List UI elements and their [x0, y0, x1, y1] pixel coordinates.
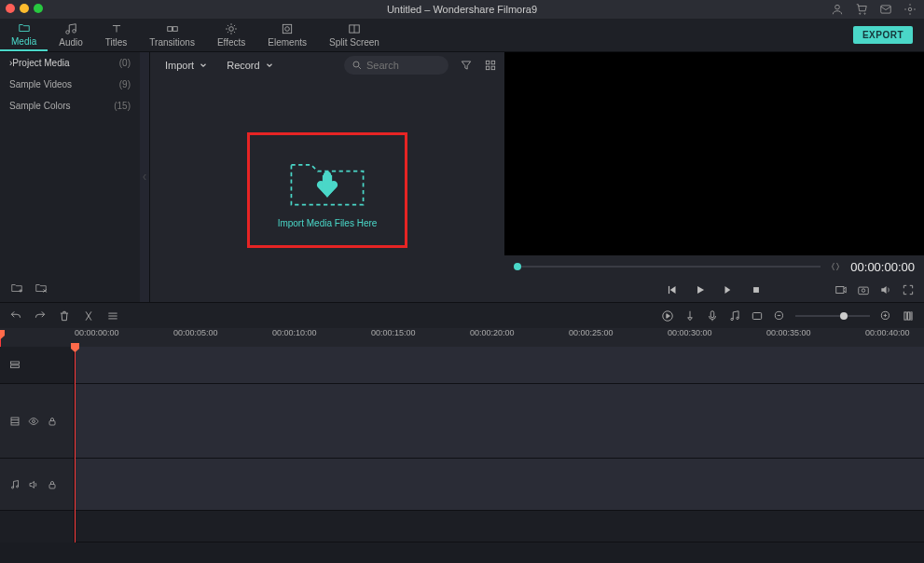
stop-icon[interactable] — [750, 283, 763, 296]
svg-point-5 — [66, 31, 70, 34]
tab-audio[interactable]: Audio — [48, 19, 94, 51]
tab-titles[interactable]: Titles — [94, 19, 139, 51]
search-input[interactable] — [366, 60, 441, 71]
svg-rect-26 — [859, 287, 869, 295]
playhead-body[interactable] — [75, 347, 76, 542]
svg-marker-20 — [670, 286, 676, 294]
svg-point-0 — [835, 5, 840, 9]
zoom-fit-icon[interactable] — [902, 309, 915, 323]
message-icon[interactable] — [879, 3, 892, 16]
zoom-out-icon[interactable] — [773, 309, 786, 323]
tab-elements[interactable]: Elements — [256, 19, 318, 51]
track-header-audio — [0, 459, 74, 511]
undo-icon[interactable] — [9, 309, 22, 323]
play-icon[interactable] — [694, 283, 707, 296]
sidebar-item-label: ›Project Media — [9, 58, 69, 68]
render-icon[interactable] — [661, 309, 674, 323]
tab-label: Split Screen — [329, 37, 379, 48]
filmstrip-icon[interactable] — [9, 416, 21, 427]
step-back-icon[interactable] — [666, 283, 679, 296]
ruler-tick: 00:00:20:00 — [470, 328, 569, 337]
sidebar-item-project-media[interactable]: ›Project Media (0) — [0, 52, 140, 74]
marker-toggle-icon[interactable] — [830, 261, 841, 272]
preview-timecode: 00:00:00:00 — [850, 260, 915, 274]
volume-icon[interactable] — [879, 283, 892, 296]
timeline-ruler[interactable]: 00:00:00:00 00:00:05:00 00:00:10:00 00:0… — [0, 328, 924, 347]
sidebar-collapse-handle[interactable] — [140, 52, 149, 302]
tab-transitions[interactable]: Transitions — [138, 19, 206, 51]
split-icon[interactable] — [82, 309, 95, 323]
tab-effects[interactable]: Effects — [206, 19, 256, 51]
feedback-icon[interactable] — [903, 3, 917, 16]
svg-point-11 — [285, 27, 290, 32]
dropdown-label: Import — [165, 60, 194, 71]
svg-rect-44 — [49, 420, 55, 425]
import-dropzone[interactable] — [286, 153, 368, 209]
lock-icon[interactable] — [47, 416, 58, 427]
account-icon[interactable] — [831, 3, 844, 16]
zoom-in-icon[interactable] — [879, 309, 892, 323]
playhead[interactable] — [0, 334, 1, 347]
window-close[interactable] — [6, 4, 15, 13]
import-dropdown[interactable]: Import — [158, 55, 215, 76]
music-icon — [64, 22, 77, 35]
svg-rect-41 — [11, 365, 20, 368]
svg-marker-22 — [697, 286, 704, 294]
delete-icon[interactable] — [58, 309, 71, 323]
window-minimize[interactable] — [20, 4, 29, 13]
chevron-down-icon — [265, 61, 274, 70]
preview-scrubber[interactable] — [514, 266, 821, 268]
music-icon[interactable] — [9, 479, 21, 490]
zoom-knob[interactable] — [840, 312, 848, 320]
sidebar-item-sample-videos[interactable]: Sample Videos (9) — [0, 74, 140, 95]
scrubber-knob[interactable] — [514, 263, 521, 270]
track-empty[interactable] — [75, 511, 924, 542]
svg-point-27 — [862, 289, 865, 293]
effects-icon — [225, 22, 238, 35]
track-overlay[interactable] — [75, 347, 924, 384]
redo-icon[interactable] — [34, 309, 47, 323]
delete-folder-icon[interactable] — [34, 282, 48, 295]
marker-icon[interactable] — [683, 309, 696, 323]
play-forward-icon[interactable] — [722, 283, 735, 296]
record-dropdown[interactable]: Record — [219, 55, 281, 76]
svg-rect-25 — [836, 287, 844, 294]
playback-quality-icon[interactable] — [834, 283, 848, 296]
lock-icon[interactable] — [47, 479, 58, 490]
fullscreen-icon[interactable] — [902, 283, 915, 296]
svg-rect-21 — [669, 286, 669, 294]
ruler-tick: 00:00:00:00 — [75, 328, 173, 337]
cart-icon[interactable] — [855, 3, 868, 16]
tab-splitscreen[interactable]: Split Screen — [318, 19, 391, 51]
voice-icon[interactable] — [706, 309, 719, 323]
filter-icon[interactable] — [460, 59, 473, 72]
svg-rect-15 — [491, 61, 495, 64]
svg-rect-40 — [11, 362, 20, 364]
snapshot-icon[interactable] — [857, 283, 870, 296]
new-folder-icon[interactable] — [9, 282, 24, 295]
zoom-slider[interactable] — [795, 315, 870, 317]
eye-icon[interactable] — [28, 416, 39, 427]
preview-canvas — [504, 52, 924, 255]
sidebar-item-sample-colors[interactable]: Sample Colors (15) — [0, 95, 140, 117]
edit-menu-icon[interactable] — [106, 309, 119, 323]
ruler-tick: 00:00:05:00 — [173, 328, 272, 337]
svg-point-2 — [864, 13, 865, 14]
grid-view-icon[interactable] — [484, 59, 497, 72]
window-zoom[interactable] — [34, 4, 43, 13]
svg-point-6 — [73, 30, 76, 33]
ruler-tick: 00:00:40:00 — [865, 328, 924, 337]
tab-label: Titles — [105, 37, 128, 48]
sidebar-item-count: (0) — [119, 58, 131, 68]
tab-media[interactable]: Media — [0, 19, 48, 51]
svg-rect-16 — [486, 66, 490, 70]
track-audio[interactable] — [75, 459, 924, 511]
track-manager-icon[interactable] — [9, 360, 21, 371]
mixer-icon[interactable] — [728, 309, 741, 323]
track-video[interactable] — [75, 384, 924, 459]
svg-point-1 — [860, 13, 861, 14]
keyframe-icon[interactable] — [751, 309, 764, 323]
export-button[interactable]: EXPORT — [853, 26, 913, 44]
speaker-icon[interactable] — [28, 479, 39, 490]
dropzone-text: Import Media Files Here — [278, 218, 378, 228]
